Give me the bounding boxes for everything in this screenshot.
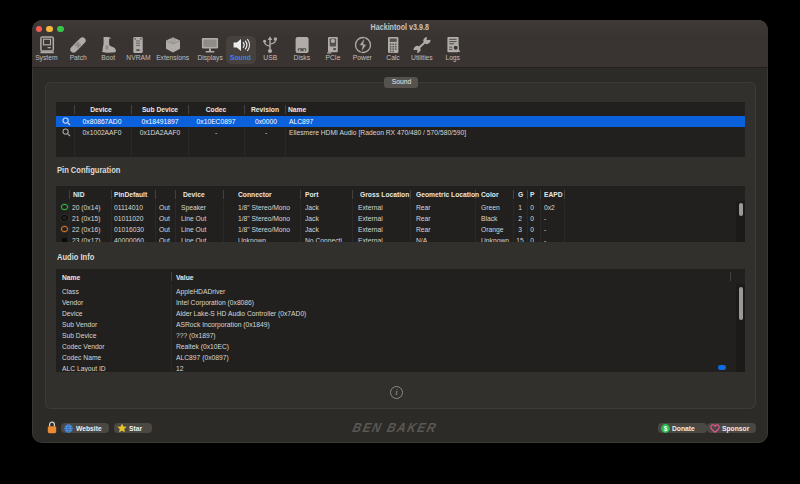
svg-text:$: $ [663, 424, 667, 432]
